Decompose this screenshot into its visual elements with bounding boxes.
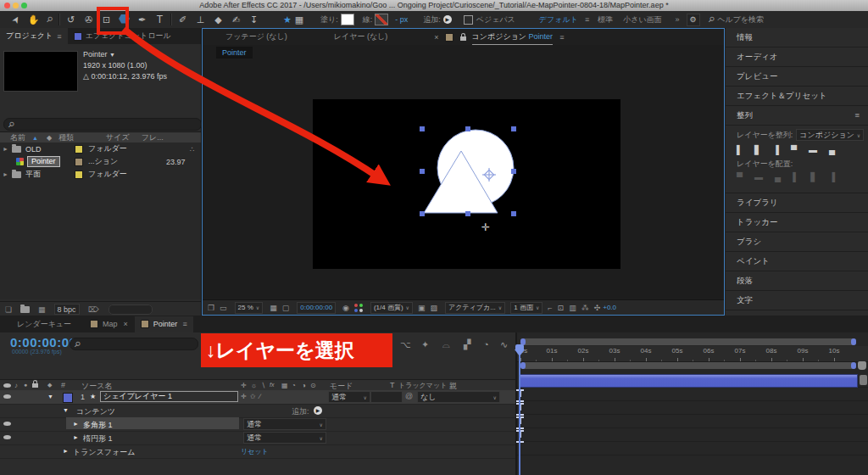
workspace-small-screen[interactable]: 小さい画面 (623, 14, 661, 25)
timeline-search-input[interactable]: ⚲ (70, 338, 198, 350)
work-area-bar[interactable] (520, 362, 856, 369)
tab-project[interactable]: プロジェクト ≡ (0, 28, 68, 44)
help-search-input[interactable]: ヘルプを検索 (717, 14, 764, 25)
add-property-icon[interactable]: ▶ (314, 406, 322, 415)
transform-label[interactable]: トランスフォーム (73, 447, 135, 458)
eraser-tool[interactable]: ◆ (209, 11, 227, 28)
layer-label-color[interactable] (63, 393, 73, 403)
project-item-name[interactable]: Pointer ▼ (83, 49, 167, 60)
project-bit-depth[interactable]: 8 bpc (54, 304, 80, 315)
primary-viewer-icon[interactable]: ▭ (220, 304, 227, 312)
workspace-menu-icon[interactable]: ≡ (585, 15, 589, 24)
project-panel-menu-icon[interactable]: ≡ (57, 32, 61, 41)
playhead-line[interactable] (519, 355, 520, 475)
roto-brush-tool[interactable]: ✍ (227, 11, 245, 28)
new-composition-icon[interactable]: ▦ (38, 305, 46, 314)
project-scrollbar[interactable] (108, 305, 153, 315)
time-navigator-bar[interactable] (520, 338, 856, 345)
layer-name-field[interactable]: シェイプレイヤー 1 (100, 391, 238, 402)
expand-icon[interactable]: ► (3, 171, 8, 177)
time-ruler[interactable]: 0s 01s 02s 03s 04s 05s 06s 07s 08s 09s 1… (517, 346, 868, 362)
current-time-display[interactable]: 0:00:00:00 (10, 335, 76, 349)
eye-toggle[interactable] (3, 435, 11, 439)
align-left-icon[interactable]: ▌ (737, 145, 743, 154)
align-top-icon[interactable]: ▀ (791, 145, 797, 154)
panel-paint[interactable]: ペイント (726, 252, 868, 271)
panel-paragraph[interactable]: 段落 (726, 271, 868, 291)
expand-transform-icon[interactable]: ► (63, 448, 69, 454)
panel-audio[interactable]: オーディオ (726, 48, 868, 67)
project-row-heimen[interactable]: ► 平面 フォルダー (0, 168, 201, 181)
workspace-default[interactable]: デフォルト (539, 14, 578, 25)
navigator-end-handle[interactable] (851, 338, 856, 345)
layer-mode-select[interactable]: 通常∨ (328, 391, 370, 403)
tab-composition[interactable]: コンポジション Pointer (472, 29, 554, 45)
work-area-start-handle[interactable] (520, 362, 526, 369)
parent-pickwhip-icon[interactable]: @ (405, 392, 413, 400)
viewer-menu-icon[interactable]: ≡ (559, 33, 564, 42)
ellipse-blend-mode-select[interactable]: 通常∨ (243, 432, 326, 444)
transparency-grid-icon[interactable]: ▦ (293, 11, 305, 28)
pen-tool[interactable]: ✒ (133, 11, 151, 28)
new-folder-icon[interactable] (20, 306, 30, 313)
panel-effects-presets[interactable]: エフェクト＆プリセット (726, 87, 868, 106)
panel-info[interactable]: 情報 (726, 28, 868, 48)
work-area-end-handle[interactable] (851, 362, 856, 369)
tab-footage[interactable]: フッテージ (なし) (225, 31, 287, 42)
eye-toggle[interactable] (3, 422, 11, 426)
region-of-interest-icon[interactable]: ▢ (282, 304, 290, 312)
panel-brushes[interactable]: ブラシ (726, 232, 868, 252)
view-layout-select[interactable]: 1 画面∨ (510, 302, 542, 314)
layer-switch-1-icon[interactable]: ✛ (241, 393, 247, 400)
panel-preview[interactable]: プレビュー (726, 67, 868, 87)
polygon-blend-mode-select[interactable]: 通常∨ (243, 418, 326, 430)
type-tool[interactable]: T (151, 11, 169, 28)
transform-reset-link[interactable]: リセット (241, 447, 269, 456)
comp-flowchart-icon[interactable]: ⌥ (400, 339, 411, 350)
track-matte-column[interactable]: トラックマット (398, 381, 447, 390)
fast-previews-icon[interactable]: ▣ (418, 304, 426, 312)
track-matte-box[interactable] (370, 391, 403, 403)
chevron-down-icon[interactable]: ▼ (109, 52, 115, 58)
tab-close-icon[interactable]: × (434, 33, 438, 42)
frame-blend-icon[interactable]: ▞ (464, 339, 470, 350)
trash-icon[interactable]: ⌦ (88, 305, 99, 314)
flowchart-button-icon[interactable]: ⁂ (581, 304, 589, 312)
layer-switch-2-icon[interactable]: ✩ (250, 393, 256, 400)
label-column-icon[interactable]: ◆ (47, 134, 52, 142)
comp-breadcrumb[interactable]: Pointer (216, 47, 253, 59)
graph-editor-icon[interactable]: ∿ (500, 339, 508, 350)
magnification-select[interactable]: 25 %∨ (235, 302, 264, 314)
tab-pointer[interactable]: Pointer ≡ (135, 316, 193, 332)
polygon-group-row[interactable]: ► 多角形 1 通常∨ (0, 417, 515, 432)
label-color[interactable] (75, 170, 83, 179)
expand-contents-icon[interactable]: ▼ (63, 407, 69, 413)
expand-icon[interactable]: ► (3, 146, 8, 152)
grid-guides-icon[interactable]: ▦ (270, 304, 277, 312)
tab-map[interactable]: Map (103, 320, 118, 328)
motion-blur-icon[interactable]: ◔ (483, 339, 489, 349)
stroke-width-value[interactable]: - px (395, 15, 408, 24)
snapshot-icon[interactable]: ◉ (342, 304, 349, 312)
align-hcenter-icon[interactable]: ▋ (754, 145, 761, 154)
brush-tool[interactable]: ✐ (174, 11, 192, 28)
label-color[interactable] (75, 145, 83, 154)
add-menu-icon[interactable]: ▶ (443, 15, 452, 24)
expand-polygon-icon[interactable]: ► (73, 421, 79, 427)
expand-layer-icon[interactable]: ▼ (47, 394, 53, 400)
workspace-standard[interactable]: 標準 (598, 14, 613, 25)
timeline-button-icon[interactable]: ▥ (569, 304, 576, 312)
polygon-name[interactable]: 多角形 1 (83, 420, 113, 431)
panel-libraries[interactable]: ライブラリ (726, 193, 868, 213)
exposure-value[interactable]: +0.0 (603, 304, 616, 311)
panel-tracker[interactable]: トラッカー (726, 213, 868, 232)
lock-icon[interactable] (460, 36, 466, 41)
sort-asc-icon[interactable]: ▲ (32, 135, 38, 141)
parent-select[interactable]: なし∨ (417, 391, 500, 403)
layer-duration-bar[interactable] (520, 374, 858, 388)
workspace-overflow-icon[interactable]: » (676, 15, 680, 24)
always-preview-icon[interactable]: ❐ (208, 304, 214, 312)
draft-3d-icon[interactable]: ✦ (421, 339, 429, 350)
panel-character[interactable]: 文字 (726, 291, 868, 310)
exposure-icon[interactable]: ✣ (594, 304, 601, 312)
